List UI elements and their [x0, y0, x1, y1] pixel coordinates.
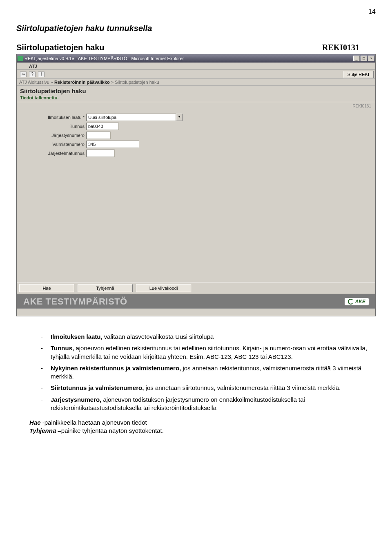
tyhjenna-button[interactable]: Tyhjennä: [78, 284, 133, 292]
dash-icon: -: [41, 396, 51, 412]
window-title: REKI-järjestelmä v0.9.1e - AKE TESTIYMPÄ…: [24, 56, 184, 61]
body-list: - Ilmoituksen laatu, valitaan alasvetova…: [16, 333, 376, 412]
status-text: Tiedot tallennettu.: [17, 95, 375, 102]
ake-logo-text: AKE: [355, 299, 365, 305]
b1-bold: Ilmoituksen laatu: [51, 333, 101, 340]
input-tunnus[interactable]: ba0340: [86, 123, 119, 130]
breadcrumb: ATJ Aloitussivu » Rekisteröinnin päävali…: [17, 79, 375, 86]
heading-main: Siirtolupatietojen haku tunnuksella: [16, 24, 376, 33]
maximize-button[interactable]: □: [361, 56, 367, 61]
ake-logo-icon: [348, 299, 354, 305]
b4-text: jos annetaan siirtotunnus, valmistenumer…: [144, 384, 341, 391]
help-icon[interactable]: ?: [29, 72, 36, 77]
dash-icon: -: [41, 344, 51, 361]
para1-bi: Hae: [29, 419, 41, 426]
minimize-button[interactable]: _: [353, 56, 360, 61]
list-item: - Ilmoituksen laatu, valitaan alasvetova…: [41, 333, 376, 341]
ake-logo: AKE: [345, 298, 369, 305]
label-valmistenumero: Valmistenumero: [17, 142, 86, 147]
crumb-start[interactable]: ATJ Aloitussivu »: [19, 80, 54, 85]
lue-viivakoodi-button[interactable]: Lue viivakoodi: [136, 284, 191, 292]
list-item: - Tunnus, ajoneuvon edellinen rekisterit…: [41, 344, 376, 361]
crumb-end: > Siirtolupatietojen haku: [110, 80, 159, 85]
input-jarjestelmatunnus[interactable]: [86, 150, 115, 157]
form-code: REKI0131: [352, 104, 371, 108]
app-window: REKI-järjestelmä v0.9.1e - AKE TESTIYMPÄ…: [16, 54, 376, 316]
input-jarjestysnumero[interactable]: [86, 132, 111, 139]
statusbar: [17, 309, 375, 316]
subheading-row: Siirtolupatietojen haku REKI0131: [16, 43, 376, 52]
info-icon[interactable]: i: [38, 72, 45, 77]
content-area: REKI0131 Ilmoituksen laatu * Uusi siirto…: [17, 102, 375, 282]
close-reki-button[interactable]: Sulje REKI: [343, 71, 374, 78]
crumb-bold[interactable]: Rekisteröinnin päävalikko: [54, 80, 110, 85]
label-jarjestysnumero: Järjestysnumero: [17, 133, 86, 138]
page-title: Siirtolupatietojen haku: [17, 86, 375, 95]
back-icon[interactable]: ⇦: [20, 72, 27, 77]
page-number: 14: [16, 8, 376, 16]
window-icon: [18, 56, 23, 61]
dash-icon: -: [41, 384, 51, 392]
env-text: AKE TESTIYMPÄRISTÖ: [23, 296, 127, 307]
dropdown-ilmoituksen-laatu[interactable]: Uusi siirtolupa: [86, 114, 176, 121]
para1-rest: -painikkeella haetaan ajoneuvon tiedot: [41, 419, 147, 426]
b1-text: , valitaan alasvetovalikosta Uusi siirto…: [101, 333, 214, 340]
dash-icon: -: [41, 333, 51, 341]
label-ilmoituksen-laatu: Ilmoituksen laatu *: [17, 115, 86, 120]
env-banner: AKE TESTIYMPÄRISTÖ AKE: [17, 294, 375, 309]
bottom-buttons: Hae Tyhjennä Lue viivakoodi: [17, 282, 375, 294]
chevron-down-icon[interactable]: ▼: [176, 114, 183, 121]
subheading-code: REKI0131: [322, 43, 359, 52]
close-button[interactable]: ×: [368, 56, 374, 61]
dash-icon: -: [41, 364, 51, 381]
label-tunnus: Tunnus: [17, 124, 86, 129]
list-item: - Järjestysnumero, ajoneuvon todistuksen…: [41, 396, 376, 412]
b5-bold: Järjestysnumero,: [51, 396, 101, 403]
toolbar-row: ⇦ ? i Sulje REKI: [17, 70, 375, 79]
b4-bold: Siirtotunnus ja valmistenumero,: [51, 384, 144, 391]
b2-text: ajoneuvon edellinen rekisteritunnus tai …: [51, 345, 367, 360]
b2-bold: Tunnus,: [51, 345, 74, 352]
atj-strip: ATJ: [17, 63, 375, 70]
list-item: - Siirtotunnus ja valmistenumero, jos an…: [41, 384, 376, 392]
titlebar: REKI-järjestelmä v0.9.1e - AKE TESTIYMPÄ…: [17, 54, 375, 63]
subheading-label: Siirtolupatietojen haku: [16, 43, 105, 52]
para2-rest: –painike tyhjentää näytön syöttökentät.: [56, 427, 164, 434]
body-para-1: Hae -painikkeella haetaan ajoneuvon tied…: [16, 419, 376, 435]
input-valmistenumero[interactable]: 345: [86, 141, 139, 148]
para2-bi: Tyhjennä: [29, 427, 56, 434]
list-item: - Nykyinen rekisteritunnus ja valmistenu…: [41, 364, 376, 381]
hae-button[interactable]: Hae: [19, 284, 74, 292]
label-jarjestelmatunnus: Järjestelmätunnus: [17, 151, 86, 156]
b3-bold: Nykyinen rekisteritunnus ja valmistenume…: [51, 365, 181, 372]
